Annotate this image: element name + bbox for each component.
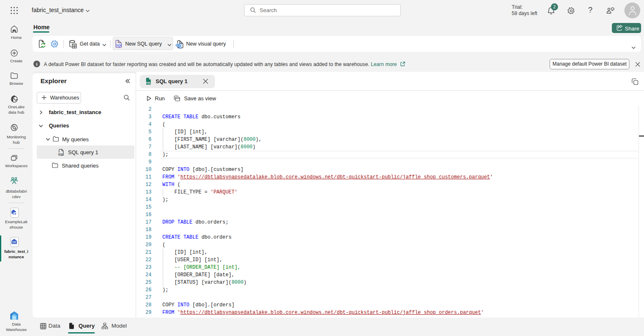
svg-text:SQL: SQL (146, 81, 151, 84)
svg-text:SQL: SQL (116, 44, 122, 47)
svg-text:SQL: SQL (58, 153, 64, 156)
